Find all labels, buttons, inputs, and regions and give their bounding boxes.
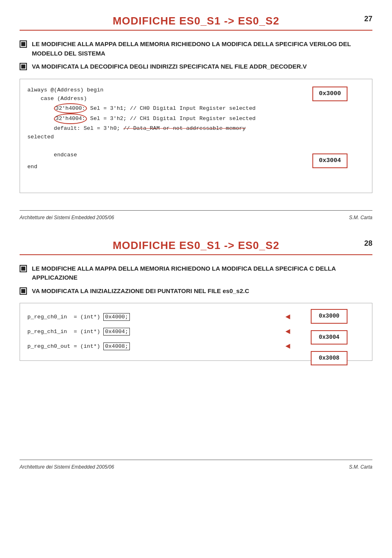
slide-2-title: MODIFICHE ES0_S1 -> ES0_S2 — [20, 239, 372, 252]
arrow-1: ◄ — [285, 310, 290, 325]
code-p-reg-ch0-out: p_reg_ch0_out = (int*) 0x4008; — [27, 342, 282, 351]
annotation-0x3004: 0x3004 — [312, 153, 347, 168]
bullet-text-2: VA MODIFICATA LA DECODIFICA DEGLI INDIRI… — [32, 62, 307, 71]
checkbox-icon-4 — [20, 287, 27, 295]
checkbox-icon-3 — [20, 265, 27, 272]
slide-1-title: MODIFICHE ES0_S1 -> ES0_S2 — [20, 15, 372, 27]
slide-2: 28 MODIFICHE ES0_S1 -> ES0_S2 LE MODIFIC… — [0, 225, 392, 378]
checkbox-icon-2 — [20, 63, 27, 70]
bullet-item-2: VA MODIFICATA LA DECODIFICA DEGLI INDIRI… — [20, 62, 372, 71]
ann-box-1: 0x3000 — [311, 309, 347, 323]
arrow-2: ◄ — [285, 325, 290, 339]
annotation-panel: 0x3000 0x3004 0x3008 — [311, 309, 347, 365]
code-row-3: p_reg_ch0_out = (int*) 0x4008; ◄ — [27, 339, 290, 354]
spacer — [0, 378, 392, 460]
bullet-item-1: LE MODIFICHE ALLA MAPPA DELLA MEMORIA RI… — [20, 40, 372, 58]
code-p-reg-ch0-in: p_reg_ch0_in = (int*) 0x4000; — [27, 312, 282, 322]
footer-1-right: S.M. Carta — [349, 215, 372, 220]
bullet-text-1: LE MODIFICHE ALLA MAPPA DELLA MEMORIA RI… — [32, 40, 372, 58]
code-row-2: p_reg_ch1_in = (int*) 0x4004; ◄ — [27, 325, 290, 339]
ann-box-2: 0x3004 — [311, 330, 347, 345]
arrow-3: ◄ — [285, 339, 290, 354]
page: 27 MODIFICHE ES0_S1 -> ES0_S2 LE MODIFIC… — [0, 0, 392, 474]
bullet-item-3: LE MODIFICHE ALLA MAPPA DELLA MEMORIA RI… — [20, 264, 372, 282]
title-rule-2 — [20, 254, 372, 255]
circle-h4000: 32'h4000: — [54, 103, 87, 114]
code-line-selected: selected — [27, 133, 365, 142]
footer-2: Architetture dei Sistemi Embedded 2005/0… — [0, 460, 392, 474]
slide-1-number: 27 — [364, 15, 372, 23]
bullet-text-3: LE MODIFICHE ALLA MAPPA DELLA MEMORIA RI… — [32, 264, 372, 282]
slide-2-bullets: LE MODIFICHE ALLA MAPPA DELLA MEMORIA RI… — [20, 264, 372, 296]
bullet-item-4: VA MODIFICATA LA INIZIALIZZAZIONE DEI PU… — [20, 287, 372, 296]
strike-comment: // Data_RAM or not addressable memory — [123, 125, 246, 131]
footer-2-right: S.M. Carta — [349, 464, 372, 470]
code-p-reg-ch1-in: p_reg_ch1_in = (int*) 0x4004; — [27, 327, 282, 337]
code-line-4: 32'h4004: Sel = 3'h2; // CH1 Digital Inp… — [27, 113, 365, 124]
code-line-5: default: Sel = 3'h0; // Data_RAM or not … — [27, 124, 365, 133]
bullet-text-4: VA MODIFICATA LA INIZIALIZZAZIONE DEI PU… — [32, 287, 249, 296]
circle-h4004: 32'h4004: — [54, 113, 87, 124]
slide-1: 27 MODIFICHE ES0_S1 -> ES0_S2 LE MODIFIC… — [0, 0, 392, 210]
ann-box-3: 0x3008 — [311, 351, 347, 365]
code-row-1: p_reg_ch0_in = (int*) 0x4000; ◄ — [27, 310, 290, 325]
code-line-3: 32'h4000: Sel = 3'h1; // CH0 Digital Inp… — [27, 103, 365, 114]
footer-1: Architetture dei Sistemi Embedded 2005/0… — [0, 211, 392, 225]
footer-2-left: Architetture dei Sistemi Embedded 2005/0… — [20, 464, 114, 470]
annotation-0x3000: 0x3000 — [312, 87, 347, 101]
code-block-1: 0x3000 always @(Address) begin case (Add… — [20, 79, 372, 193]
checkbox-icon-1 — [20, 40, 27, 48]
slide-1-bullets: LE MODIFICHE ALLA MAPPA DELLA MEMORIA RI… — [20, 40, 372, 71]
footer-1-left: Architetture dei Sistemi Embedded 2005/0… — [20, 215, 114, 220]
slide-2-number: 28 — [364, 239, 372, 248]
title-rule-1 — [20, 30, 372, 31]
code-block-2: 0x3000 0x3004 0x3008 p_reg_ch0_in = (int… — [20, 303, 372, 361]
